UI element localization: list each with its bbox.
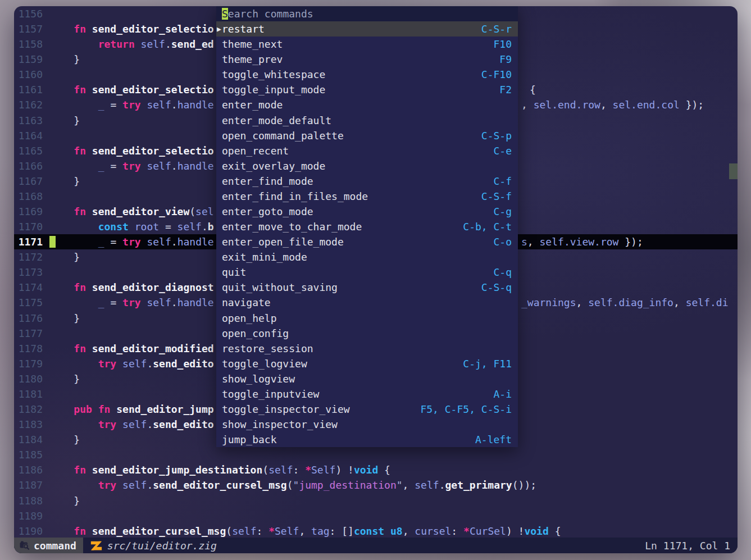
- command-label: show_inspector_view: [222, 417, 338, 432]
- keybinding: C-o: [493, 234, 512, 249]
- command-label: quit_without_saving: [222, 280, 338, 295]
- keybinding: A-i: [493, 386, 512, 402]
- line-number: 1172: [14, 249, 49, 265]
- palette-item[interactable]: theme_nextF10: [216, 37, 518, 52]
- code-text: _ = try self.handle: [49, 236, 214, 248]
- command-label: restore_session: [222, 341, 313, 356]
- command-label: enter_goto_mode: [222, 204, 313, 219]
- line-number: 1184: [14, 432, 49, 447]
- code-line[interactable]: 1189: [14, 508, 738, 523]
- command-label: show_logview: [222, 371, 295, 386]
- line-number: 1167: [14, 174, 49, 189]
- line-number: 1182: [14, 402, 49, 417]
- code-text: const root = self.b: [49, 221, 214, 233]
- command-label: toggle_whitespace: [222, 67, 325, 82]
- command-label: toggle_inspector_view: [222, 402, 350, 417]
- line-number: 1161: [14, 82, 49, 97]
- code-text: fn send_editor_selectio: [49, 145, 214, 157]
- palette-item[interactable]: toggle_inputviewA-i: [216, 386, 518, 402]
- code-text: }: [49, 495, 80, 507]
- code-text-continuation: s, self.view.row });: [521, 234, 643, 249]
- line-number: 1178: [14, 341, 49, 356]
- palette-item[interactable]: exit_mini_mode: [216, 249, 518, 265]
- palette-item[interactable]: enter_open_file_modeC-o: [216, 234, 518, 249]
- palette-item[interactable]: ▶restartC-S-r: [216, 21, 518, 37]
- line-number: 1157: [14, 21, 49, 37]
- line-number: 1163: [14, 113, 49, 128]
- code-line[interactable]: 1186 fn send_editor_jump_destination(sel…: [14, 462, 738, 477]
- mode-indicator[interactable]: command: [14, 538, 83, 553]
- line-number: 1176: [14, 311, 49, 326]
- line-number: 1181: [14, 386, 49, 402]
- code-text: fn send_editor_cursel_msg(self: *Self, t…: [49, 525, 561, 537]
- command-label: navigate: [222, 295, 271, 310]
- code-text: }: [49, 312, 80, 324]
- palette-item[interactable]: restore_session: [216, 341, 518, 356]
- palette-item[interactable]: show_logview: [216, 371, 518, 386]
- line-number: 1159: [14, 52, 49, 67]
- code-text: _ = try self.handle: [49, 99, 214, 111]
- code-text: _ = try self.handle: [49, 297, 214, 308]
- palette-item[interactable]: quit_without_savingC-S-q: [216, 280, 518, 295]
- palette-item[interactable]: enter_find_modeC-f: [216, 174, 518, 189]
- line-number: 1171: [14, 234, 49, 249]
- palette-item[interactable]: open_command_paletteC-S-p: [216, 128, 518, 143]
- status-bar: command src/tui/editor.zig Ln 1171, Col …: [14, 538, 738, 553]
- line-number: 1158: [14, 37, 49, 52]
- scrollbar-thumb[interactable]: [729, 163, 738, 179]
- palette-item[interactable]: toggle_whitespaceC-F10: [216, 67, 518, 82]
- palette-item[interactable]: jump_backA-left: [216, 432, 518, 447]
- palette-item[interactable]: exit_overlay_mode: [216, 158, 518, 174]
- palette-item[interactable]: navigate: [216, 295, 518, 310]
- palette-item[interactable]: theme_prevF9: [216, 52, 518, 67]
- palette-item[interactable]: toggle_inspector_viewF5, C-F5, C-S-i: [216, 402, 518, 417]
- code-line[interactable]: 1187 try self.send_editor_cursel_msg("ju…: [14, 477, 738, 493]
- palette-item[interactable]: enter_mode: [216, 97, 518, 112]
- keybinding: C-e: [493, 143, 512, 158]
- keybinding: C-F10: [481, 67, 512, 82]
- code-text: fn send_editor_selectio: [49, 84, 214, 95]
- command-label: exit_overlay_mode: [222, 158, 325, 174]
- keybinding: C-b, C-t: [463, 219, 512, 234]
- line-number: 1186: [14, 462, 49, 477]
- line-number: 1190: [14, 523, 49, 539]
- keybinding: C-g: [493, 204, 512, 219]
- palette-item[interactable]: enter_move_to_char_modeC-b, C-t: [216, 219, 518, 234]
- code-line[interactable]: 1188 }: [14, 493, 738, 508]
- keybinding: F2: [499, 82, 512, 97]
- keybinding: C-S-p: [481, 128, 512, 143]
- palette-item[interactable]: toggle_logviewC-j, F11: [216, 356, 518, 371]
- editor-window: 11561157 fn send_editor_selectio1158 ret…: [14, 6, 738, 553]
- palette-item[interactable]: open_recentC-e: [216, 143, 518, 158]
- palette-list: ▶restartC-S-rtheme_nextF10theme_prevF9to…: [216, 21, 518, 447]
- command-label: restart: [222, 21, 265, 37]
- palette-item[interactable]: toggle_input_modeF2: [216, 82, 518, 97]
- command-label: theme_next: [222, 37, 283, 52]
- code-text: }: [49, 115, 80, 126]
- palette-item[interactable]: enter_find_in_files_modeC-S-f: [216, 189, 518, 204]
- mode-label: command: [34, 540, 76, 552]
- palette-item[interactable]: open_help: [216, 311, 518, 326]
- file-indicator[interactable]: src/tui/editor.zig: [83, 540, 217, 552]
- code-line[interactable]: 1185: [14, 447, 738, 462]
- code-text: fn send_editor_jump_destination(self: *S…: [49, 464, 390, 476]
- palette-item[interactable]: enter_goto_modeC-g: [216, 204, 518, 219]
- code-text: try self.send_edito: [49, 358, 214, 370]
- command-label: exit_mini_mode: [222, 249, 307, 265]
- code-text: fn send_editor_selectio: [49, 23, 214, 35]
- palette-item[interactable]: show_inspector_view: [216, 417, 518, 432]
- command-label: toggle_logview: [222, 356, 307, 371]
- palette-item[interactable]: open_config: [216, 326, 518, 341]
- palette-item[interactable]: enter_mode_default: [216, 113, 518, 128]
- line-number: 1175: [14, 295, 49, 310]
- keybinding: F5, C-F5, C-S-i: [420, 402, 512, 417]
- selection-marker-icon: ▶: [217, 21, 222, 37]
- command-label: enter_find_in_files_mode: [222, 189, 368, 204]
- palette-item[interactable]: quitC-q: [216, 265, 518, 280]
- line-number: 1177: [14, 326, 49, 341]
- code-text: }: [49, 373, 80, 385]
- code-line[interactable]: 1190 fn send_editor_cursel_msg(self: *Se…: [14, 523, 738, 539]
- line-number: 1169: [14, 204, 49, 219]
- palette-search-input[interactable]: Search commands: [216, 6, 518, 21]
- code-text-continuation: , sel.end.row, sel.end.col });: [521, 97, 704, 112]
